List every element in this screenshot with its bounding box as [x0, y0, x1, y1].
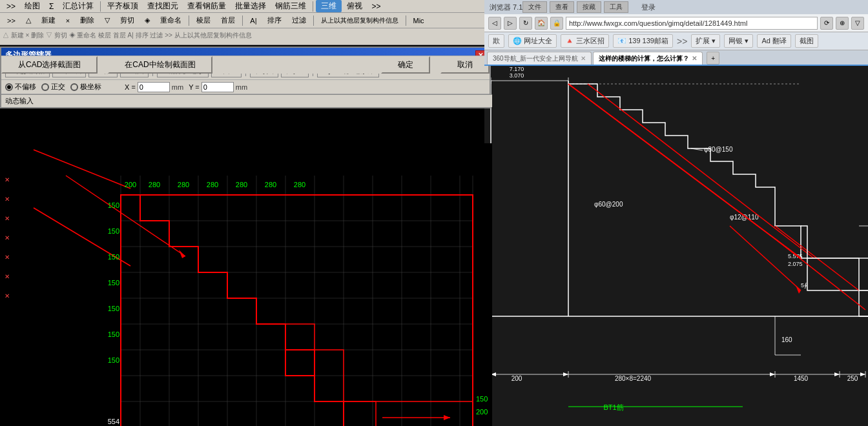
forward-button[interactable]: ▷: [504, 17, 517, 30]
cad-drawing-area: 200 280 280 280 280 280 280 150 150 150 …: [1, 143, 492, 426]
radio-orthogonal[interactable]: 正交: [41, 82, 65, 92]
svg-text:280: 280: [236, 181, 247, 188]
svg-text:554: 554: [108, 418, 119, 425]
reload-button[interactable]: ⟳: [820, 17, 833, 30]
svg-text:150: 150: [108, 201, 119, 209]
menu-fushi[interactable]: 俯视: [343, 0, 366, 12]
toolbar-paixu[interactable]: 排序: [263, 14, 286, 26]
toolbar-shanchu[interactable]: 删除: [76, 14, 99, 26]
cad-menu-bar: >> 绘图 Σ 汇总计算 平齐板顶 查找图元 查看钢筋量 批量选择 钢筋三维 三…: [0, 0, 491, 13]
toolbar-kuozhan[interactable]: 扩展 ▾: [691, 34, 720, 48]
menu-huizong[interactable]: 汇总计算: [59, 0, 98, 12]
svg-rect-79: [484, 58, 868, 426]
svg-text:2.075: 2.075: [788, 261, 803, 267]
cad-toolbar-area: >> 绘图 Σ 汇总计算 平齐板顶 查找图元 查看钢筋量 批量选择 钢筋三维 三…: [0, 0, 491, 45]
svg-text:✕: ✕: [5, 176, 10, 183]
svg-text:5∮: 5∮: [801, 282, 807, 289]
radio-no-offset[interactable]: 不偏移: [5, 82, 36, 92]
browser-titlebar: 浏览器 7.1 文件 查看 按藏 工具 登录: [484, 0, 868, 14]
refresh-button[interactable]: ↻: [519, 17, 532, 30]
toolbar-jianqie[interactable]: 剪切: [116, 14, 139, 26]
toolbar-qin[interactable]: 欺: [488, 34, 504, 48]
cancel-button[interactable]: 取消: [440, 56, 490, 74]
svg-text:φ80@150: φ80@150: [704, 146, 733, 153]
url-input[interactable]: [566, 17, 818, 30]
tab-360-close[interactable]: ✕: [581, 55, 586, 62]
home-button[interactable]: 🏠: [535, 17, 548, 30]
svg-text:150: 150: [108, 227, 119, 235]
toolbar-lengceng[interactable]: 棱层: [192, 14, 215, 26]
menu-arrow[interactable]: >>: [3, 1, 19, 12]
sep1: [100, 1, 101, 12]
toolbar-chongming[interactable]: 重命名: [156, 14, 186, 26]
menu-gangjin3d[interactable]: 钢筋三维: [271, 0, 310, 12]
toolbar-jietu[interactable]: 截图: [795, 34, 818, 48]
tab-stair-close[interactable]: ✕: [692, 55, 697, 62]
menu-huitu[interactable]: 绘图: [21, 0, 44, 12]
svg-text:280: 280: [149, 181, 160, 188]
settings-button[interactable]: ▽: [851, 17, 864, 30]
tab-360[interactable]: 360导航_新一代安全上网导航 ✕: [487, 52, 592, 65]
toolbar-copy-from[interactable]: 从上以其他层复制构件信息: [316, 15, 403, 26]
browser-login-text[interactable]: 登录: [641, 3, 656, 12]
menu-sigma[interactable]: Σ: [45, 1, 57, 12]
menu-pingqi[interactable]: 平齐板顶: [103, 0, 142, 12]
toolbar-more[interactable]: >>: [677, 36, 687, 46]
svg-text:280: 280: [178, 181, 189, 188]
coord-x-field: X = mm: [125, 82, 183, 92]
toolbar-wangyin[interactable]: 网银 ▾: [724, 34, 753, 48]
toolbar-triangle[interactable]: △: [21, 15, 36, 26]
toolbar-a-icon[interactable]: A|: [245, 15, 261, 26]
toolbar-shouceng[interactable]: 首层: [216, 14, 240, 26]
toolbar-guolv[interactable]: 过滤: [287, 14, 311, 26]
toolbar-mic[interactable]: Mic: [409, 15, 429, 26]
toolbar-arrow[interactable]: >>: [3, 15, 20, 26]
menu-3d[interactable]: 三维: [316, 0, 342, 12]
coord-y-input[interactable]: [202, 82, 234, 92]
toolbar-rename-icon[interactable]: ◈: [140, 15, 154, 26]
toolbar-delete[interactable]: ×: [61, 15, 74, 26]
radio-label-orthogonal: 正交: [51, 82, 65, 92]
menu-piliang[interactable]: 批量选择: [231, 0, 270, 12]
coord-y-label: Y =: [189, 83, 200, 91]
svg-text:200: 200: [476, 408, 488, 416]
new-tab-button[interactable]: +: [707, 52, 719, 65]
toolbar-xinjian[interactable]: 新建: [37, 14, 60, 26]
from-cad-button[interactable]: 从CAD选择截面图: [1, 56, 98, 74]
sep2: [313, 1, 313, 12]
browser-file-menu[interactable]: 文件: [522, 1, 547, 13]
menu-chakangangjin[interactable]: 查看钢筋量: [183, 0, 230, 12]
menu-arrow2[interactable]: >>: [367, 1, 384, 12]
browser-bookmark-menu[interactable]: 按藏: [577, 1, 601, 13]
browser-tabs: 360导航_新一代安全上网导航 ✕ 这样的楼梯的计算，怎么计算？ ✕ +: [484, 50, 868, 66]
toolbar-wangzhi[interactable]: 🌐 网址大全: [508, 34, 557, 48]
coord-x-input[interactable]: [138, 82, 170, 92]
browser-tools-menu[interactable]: 工具: [604, 1, 628, 13]
coord-x-label: X =: [125, 83, 136, 91]
back-button[interactable]: ◁: [488, 17, 501, 30]
toolbar-cut[interactable]: ▽: [100, 15, 114, 26]
tab-stair[interactable]: 这样的楼梯的计算，怎么计算？ ✕: [593, 52, 703, 65]
toolbar-sanshui[interactable]: 🔺 三水区招: [561, 34, 609, 48]
to-cad-button[interactable]: 在CAD中绘制截面图: [108, 56, 212, 74]
radio-polar[interactable]: 极坐标: [70, 82, 101, 92]
toolbar-email[interactable]: 📧 139 139邮箱: [613, 34, 673, 48]
svg-text:φ12@110: φ12@110: [730, 214, 759, 221]
radio-dot-polar: [70, 83, 78, 91]
radio-dot-orthogonal: [41, 83, 49, 91]
rss-button[interactable]: ⊕: [836, 17, 849, 30]
browser-content-area: 7.170 3.070 φ80@150: [484, 58, 868, 426]
menu-chazhaotuyuan[interactable]: 查找图元: [143, 0, 182, 12]
browser-title: 浏览器 7.1: [490, 3, 522, 12]
browser-chrome: 浏览器 7.1 文件 查看 按藏 工具 登录 ◁ ▷ ↻ 🏠 🔒 ⟳ ⊕ ▽ 欺…: [484, 0, 868, 66]
confirm-button[interactable]: 确定: [381, 56, 430, 74]
browser-view-menu[interactable]: 查看: [550, 1, 574, 13]
cad-toolbar-row2: >> △ 新建 × 删除 ▽ 剪切 ◈ 重命名 棱层 首层 A| 排序 过滤 从…: [0, 13, 491, 28]
svg-text:280: 280: [265, 181, 276, 188]
cad-dialog-options: 不偏移 正交 极坐标 X = mm Y = mm: [1, 80, 490, 94]
svg-text:280: 280: [207, 181, 218, 188]
svg-text:✕: ✕: [5, 215, 10, 222]
browser-window-buttons: 文件 查看 按藏 工具: [522, 1, 628, 13]
toolbar-fanyi[interactable]: Ad 翻译: [757, 34, 791, 48]
browser-favorites-bar: 欺 🌐 网址大全 🔺 三水区招 📧 139 139邮箱 >> 扩展 ▾ 网银 ▾…: [484, 32, 868, 50]
